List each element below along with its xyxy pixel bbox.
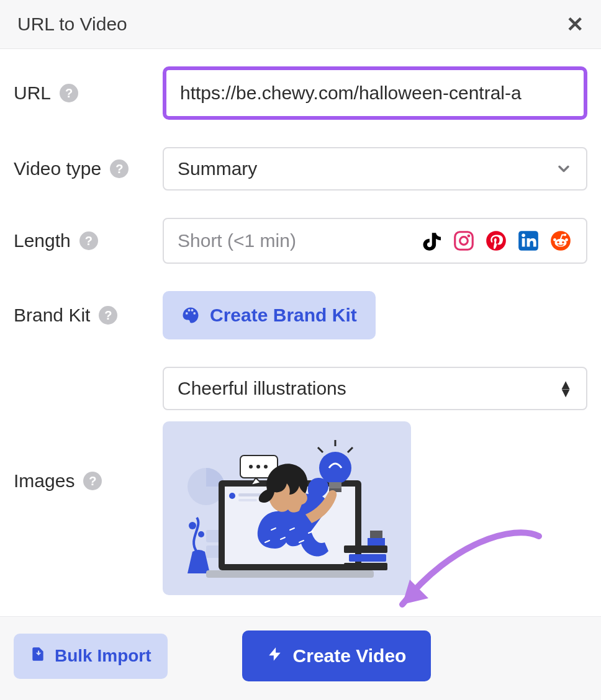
label-length: Length ? (14, 230, 163, 251)
svg-rect-43 (344, 545, 387, 553)
help-icon[interactable]: ? (99, 306, 117, 325)
modal-title: URL to Video (17, 14, 127, 35)
brand-kit-button-label: Create Brand Kit (210, 305, 357, 326)
chevron-down-icon (555, 160, 572, 177)
help-icon[interactable]: ? (60, 84, 78, 102)
svg-rect-21 (206, 570, 374, 578)
svg-point-6 (522, 234, 525, 238)
linkedin-icon (517, 229, 540, 253)
lightning-icon (267, 645, 283, 666)
close-icon: ✕ (566, 12, 584, 36)
import-icon (30, 646, 46, 666)
instagram-icon (452, 229, 476, 253)
svg-point-26 (249, 465, 253, 469)
svg-point-9 (557, 241, 559, 243)
bulk-import-label: Bulk Import (55, 646, 151, 666)
label-text-url: URL (14, 83, 51, 104)
svg-point-27 (256, 465, 260, 469)
control-video-type: Summary (163, 147, 587, 191)
svg-point-12 (565, 238, 568, 241)
palette-icon (181, 306, 200, 325)
label-brand-kit: Brand Kit ? (14, 305, 163, 326)
modal-footer: Bulk Import Create Video (0, 616, 601, 700)
label-images: Images ? (14, 470, 163, 491)
svg-point-17 (189, 522, 196, 529)
control-url (163, 66, 587, 120)
form-row-video-type: Video type ? Summary (14, 147, 587, 191)
svg-point-10 (562, 241, 564, 243)
bulk-import-button[interactable]: Bulk Import (14, 634, 168, 679)
length-select[interactable]: Short (<1 min) (163, 218, 587, 264)
label-url: URL ? (14, 83, 163, 104)
svg-rect-42 (349, 554, 386, 562)
video-type-select[interactable]: Summary (163, 147, 587, 191)
label-text-length: Length (14, 230, 71, 251)
create-video-button[interactable]: Create Video (242, 630, 432, 681)
label-text-brand-kit: Brand Kit (14, 305, 90, 326)
svg-rect-41 (344, 563, 387, 570)
svg-line-30 (318, 447, 323, 452)
svg-point-28 (264, 465, 268, 469)
form-row-brand-kit: Brand Kit ? Create Brand Kit (14, 291, 587, 339)
tiktok-icon (420, 229, 443, 253)
pinterest-icon (484, 229, 508, 253)
control-images: Cheerful illustrations ▲▼ (163, 367, 587, 595)
svg-point-11 (553, 238, 556, 241)
help-icon[interactable]: ? (79, 231, 98, 250)
label-video-type: Video type ? (14, 158, 163, 179)
svg-point-1 (460, 237, 468, 245)
form-row-images: Images ? Cheerful illustrations ▲▼ (14, 367, 587, 595)
modal-header: URL to Video ✕ (0, 0, 601, 49)
images-select[interactable]: Cheerful illustrations ▲▼ (163, 367, 587, 410)
label-text-images: Images (14, 470, 75, 491)
svg-point-2 (468, 235, 471, 238)
svg-rect-5 (522, 238, 525, 246)
video-type-value: Summary (178, 158, 257, 179)
create-brand-kit-button[interactable]: Create Brand Kit (163, 291, 376, 339)
sort-icon: ▲▼ (559, 380, 572, 397)
image-style-preview (163, 421, 411, 595)
url-input[interactable] (166, 70, 584, 116)
help-icon[interactable]: ? (110, 159, 129, 178)
length-placeholder: Short (<1 min) (178, 230, 296, 251)
control-brand-kit: Create Brand Kit (163, 291, 587, 339)
form-row-url: URL ? (14, 66, 587, 120)
create-video-label: Create Video (293, 645, 407, 666)
control-length: Short (<1 min) (163, 218, 587, 264)
close-button[interactable]: ✕ (566, 14, 584, 35)
svg-rect-0 (455, 232, 473, 250)
help-icon[interactable]: ? (83, 472, 102, 490)
svg-point-18 (198, 531, 204, 537)
reddit-icon (549, 229, 572, 253)
url-highlight (163, 66, 587, 120)
social-icons-group (420, 229, 572, 253)
svg-point-22 (229, 493, 235, 499)
svg-line-31 (348, 447, 353, 452)
svg-rect-45 (370, 531, 382, 538)
images-value: Cheerful illustrations (178, 378, 346, 399)
svg-rect-24 (238, 499, 257, 501)
modal-body: URL ? Video type ? Summary Length ? (0, 49, 601, 595)
svg-rect-33 (329, 482, 341, 488)
svg-rect-44 (368, 538, 385, 545)
form-row-length: Length ? Short (<1 min) (14, 218, 587, 264)
label-text-video-type: Video type (14, 158, 101, 179)
